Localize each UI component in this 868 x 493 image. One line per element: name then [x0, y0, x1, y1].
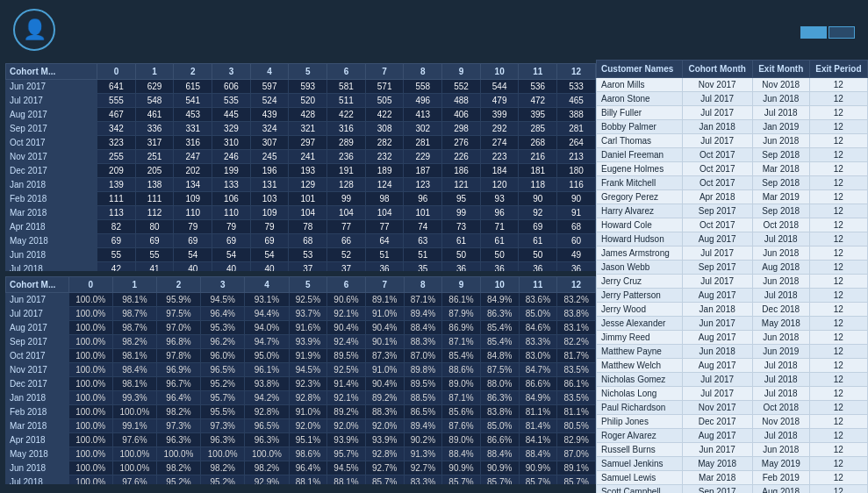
pct-value-cell: 85.4%	[480, 335, 519, 349]
cohort-value-cell: 205	[135, 164, 174, 178]
cohort-value-cell: 181	[519, 164, 557, 178]
pct-value-cell: 96.4%	[156, 391, 200, 405]
customer-cell: Dec 2018	[752, 303, 809, 317]
customer-cell: Jun 2018	[752, 331, 809, 345]
cohort-value-cell: 281	[404, 136, 442, 150]
cohort-value-cell: 104	[327, 206, 366, 220]
table-row: Aug 201746746145344543942842242241340639…	[6, 108, 596, 122]
cohort-value-cell: 255	[97, 150, 136, 164]
cohort-value-cell: 79	[174, 220, 212, 234]
cohort-value-cell: 129	[289, 178, 327, 192]
cohort-count-table-wrapper[interactable]: Cohort M...0123456789101112 Jun 20176416…	[5, 63, 596, 271]
customer-cell: Jul 2018	[752, 429, 809, 443]
cohort-count-table: Cohort M...0123456789101112 Jun 20176416…	[5, 63, 596, 271]
list-item: Jesse AlexanderJun 2017May 201812	[597, 317, 868, 331]
cohort-value-cell: 629	[135, 80, 174, 94]
logo: 👤	[13, 9, 55, 51]
pct-value-cell: 89.2%	[365, 391, 404, 405]
cohort-value-cell: 101	[289, 192, 327, 206]
pct-value-cell: 84.7%	[519, 363, 557, 377]
pct-value-cell: 98.7%	[112, 307, 156, 321]
cohort-value-cell: 467	[97, 108, 136, 122]
list-item: Jerry PattersonAug 2017Jul 201812	[597, 289, 868, 303]
cohort-value-cell: 606	[212, 80, 251, 94]
customer-cell: Scott Campbell	[597, 485, 683, 494]
cohort-value-cell: 131	[250, 178, 289, 192]
customer-cell: Oct 2017	[682, 162, 752, 176]
pct-value-cell: 90.4%	[365, 321, 404, 335]
customer-cell: Bobby Palmer	[597, 120, 683, 134]
pct-value-cell: 93.9%	[327, 433, 366, 447]
customer-cell: Matthew Payne	[597, 345, 683, 359]
table-row: Oct 201732331731631030729728928228127627…	[6, 136, 596, 150]
list-item: Jerry CruzJul 2017Jun 201812	[597, 275, 868, 289]
customer-cell: Jul 2018	[752, 373, 809, 387]
customer-cell: Jul 2018	[752, 232, 809, 246]
customer-cell: 12	[809, 246, 867, 261]
customer-cell: 12	[809, 218, 867, 232]
cohort-value-cell: 180	[557, 164, 596, 178]
customer-cell: 12	[809, 429, 867, 443]
right-panel[interactable]: Customer NamesCohort MonthExit MonthExit…	[596, 60, 868, 493]
cohort-value-cell: 92	[519, 206, 557, 220]
cohort-value-cell: 69	[519, 220, 557, 234]
cohort-value-cell: 202	[174, 164, 212, 178]
table-row: Jun 201764162961560659759358157155855254…	[6, 80, 596, 94]
pct-value-cell: 95.2%	[201, 377, 245, 391]
cohort-value-cell: 247	[174, 150, 212, 164]
pct-month-cell: Dec 2017	[6, 377, 69, 391]
cohort-value-cell: 520	[289, 94, 327, 108]
pct-value-cell: 85.7%	[365, 475, 404, 485]
cohort-month-cell: Oct 2017	[6, 136, 97, 150]
customer-cell: May 2018	[752, 317, 809, 331]
cohort-value-cell: 558	[404, 80, 442, 94]
pct-value-cell: 89.8%	[404, 363, 442, 377]
cohort-value-cell: 36	[365, 262, 404, 272]
pct-value-cell: 92.5%	[289, 293, 327, 307]
customer-cell: Jul 2017	[682, 387, 752, 401]
pct-month-cell: Nov 2017	[6, 363, 69, 377]
customer-cell: Carl Thomas	[597, 134, 683, 148]
list-item: Aaron StoneJul 2017Jun 201812	[597, 92, 868, 106]
cohort-value-cell: 281	[557, 122, 596, 136]
list-item: Matthew WelchAug 2017Jul 201812	[597, 359, 868, 373]
cohort-value-cell: 80	[135, 220, 174, 234]
cohort-value-cell: 535	[212, 94, 251, 108]
cohort-pct-table-wrapper[interactable]: Cohort M...0123456789101112 Jun 2017100.…	[5, 276, 596, 484]
cohort-value-cell: 69	[212, 234, 251, 248]
customer-cell: Aaron Stone	[597, 92, 683, 106]
cohort-value-cell: 52	[327, 248, 366, 262]
cohort-value-cell: 388	[557, 108, 596, 122]
pct-value-cell: 100.0%	[68, 363, 112, 377]
pct-value-cell: 90.9%	[480, 461, 519, 475]
pct-value-cell: 96.3%	[201, 433, 245, 447]
customer-retention-button[interactable]	[829, 26, 855, 39]
customer-churning-button[interactable]	[800, 26, 827, 39]
cohort-month-cell: Aug 2017	[6, 108, 97, 122]
cohort-value-cell: 264	[557, 136, 596, 150]
pct-value-cell: 83.8%	[557, 307, 596, 321]
pct-value-cell: 86.5%	[404, 405, 442, 419]
pct-value-cell: 97.8%	[156, 349, 200, 363]
pct-value-cell: 88.5%	[404, 391, 442, 405]
customer-cell: Sep 2017	[682, 204, 752, 218]
cohort-value-cell: 49	[557, 248, 596, 262]
pct-value-cell: 98.7%	[112, 321, 156, 335]
pct-value-cell: 92.9%	[245, 475, 289, 485]
customer-cell: Aug 2017	[682, 289, 752, 303]
pct-value-cell: 91.6%	[289, 321, 327, 335]
pct-month-cell: May 2018	[6, 447, 69, 461]
pct-value-cell: 83.3%	[519, 335, 557, 349]
list-item: Roger AlvarezAug 2017Jul 201812	[597, 429, 868, 443]
pct-month-cell: Feb 2018	[6, 405, 69, 419]
pct-value-cell: 92.8%	[289, 391, 327, 405]
customer-cell: Nicholas Gomez	[597, 373, 683, 387]
pct-value-cell: 100.0%	[68, 405, 112, 419]
customer-cell: 12	[809, 387, 867, 401]
customer-cell: 12	[809, 373, 867, 387]
pct-value-cell: 98.1%	[112, 377, 156, 391]
pct-value-cell: 97.6%	[112, 475, 156, 485]
pct-value-cell: 85.7%	[557, 475, 596, 485]
cohort-value-cell: 533	[557, 80, 596, 94]
customer-cell: 12	[809, 275, 867, 289]
